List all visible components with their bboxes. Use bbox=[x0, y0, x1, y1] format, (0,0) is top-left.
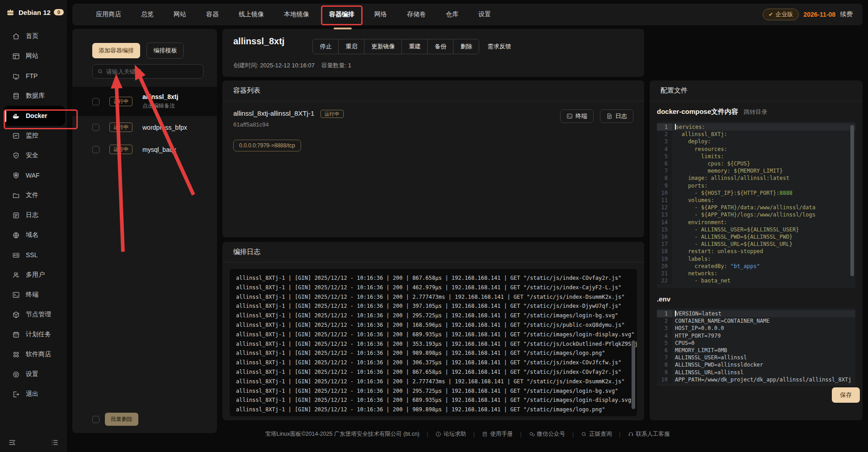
select-all-checkbox[interactable] bbox=[92, 416, 99, 423]
sidebar-item-label: 数据库 bbox=[26, 92, 45, 100]
project-checkbox[interactable] bbox=[92, 146, 99, 153]
sidebar-item-label: 节点管理 bbox=[26, 311, 51, 319]
action-button-重建[interactable]: 重建 bbox=[401, 39, 427, 54]
enterprise-check-icon: ✔ bbox=[769, 11, 773, 18]
add-compose-button[interactable]: 添加容器编排 bbox=[92, 43, 140, 58]
renew-link[interactable]: 续费 bbox=[840, 10, 853, 19]
project-name: allinssl_8xtj bbox=[142, 93, 178, 100]
nav-tab-本地镜像[interactable]: 本地镜像 bbox=[284, 10, 309, 19]
sidebar-item-数据库[interactable]: 数据库 bbox=[0, 86, 67, 106]
waf-icon bbox=[12, 172, 20, 179]
feedback-link[interactable]: 需求反馈 bbox=[487, 42, 511, 51]
compose-project-list: 运行中allinssl_8xtj点击编辑备注运行中wordpress_bfpx运… bbox=[72, 87, 217, 160]
compose-log-output[interactable]: allinssl_8XTj-1 | [GIN] 2025/12/12 - 10:… bbox=[230, 269, 637, 416]
footer: 宝塔Linux面板©2014-2025 广东堡塔安全技术有限公司 (bt.cn)… bbox=[67, 430, 868, 438]
project-name: mysql_baqx bbox=[142, 146, 176, 153]
log-scrollbar[interactable] bbox=[632, 340, 635, 409]
website-icon bbox=[12, 52, 20, 60]
nav-tab-线上镜像[interactable]: 线上镜像 bbox=[239, 10, 264, 19]
terminal-button[interactable]: 终端 bbox=[560, 109, 594, 123]
editor-line: 8 image: allinssl/allinssl:latest bbox=[657, 174, 855, 182]
nav-tab-容器编排[interactable]: 容器编排 bbox=[329, 10, 354, 19]
jump-directory-link[interactable]: 跳转目录 bbox=[744, 108, 767, 116]
footer-link-使用手册[interactable]: 使用手册 bbox=[482, 430, 513, 438]
nav-tab-存储卷[interactable]: 存储卷 bbox=[407, 10, 426, 19]
batch-delete-row: 批量删除 bbox=[92, 413, 138, 426]
node-icon bbox=[12, 311, 20, 319]
container-log-button[interactable]: 日志 bbox=[600, 109, 633, 123]
sidebar-item-计划任务[interactable]: 计划任务 bbox=[0, 325, 67, 344]
save-button[interactable]: 保存 bbox=[832, 387, 860, 403]
batch-delete-button[interactable]: 批量删除 bbox=[105, 413, 138, 426]
sidebar-item-ftp[interactable]: FTP bbox=[0, 66, 67, 86]
compose-action-group: 停止重启更新镜像重建备份删除 bbox=[312, 39, 479, 54]
sidebar-item-waf[interactable]: WAF bbox=[0, 165, 67, 185]
project-checkbox[interactable] bbox=[92, 124, 99, 131]
sidebar-item-多用户[interactable]: 多用户 bbox=[0, 265, 67, 285]
wechat-icon bbox=[529, 431, 535, 437]
project-checkbox[interactable] bbox=[92, 98, 99, 105]
sidebar-item-软件商店[interactable]: 软件商店 bbox=[0, 344, 67, 364]
nav-tab-网络[interactable]: 网络 bbox=[374, 10, 387, 19]
sidebar-item-文件[interactable]: 文件 bbox=[0, 185, 67, 205]
collapse-sidebar-icon[interactable] bbox=[8, 438, 16, 447]
compose-template-button[interactable]: 编排模板 bbox=[146, 42, 184, 59]
footer-link-联系人工客服[interactable]: 联系人工客服 bbox=[628, 430, 670, 438]
compose-project-item[interactable]: 运行中wordpress_bfpx bbox=[72, 116, 217, 138]
nav-tab-设置[interactable]: 设置 bbox=[478, 10, 491, 19]
editor-line: 15 - ALLINSSL_USER=${ALLINSSL_USER} bbox=[657, 226, 855, 233]
footer-separator: | bbox=[520, 431, 521, 438]
sidebar-item-安全[interactable]: 安全 bbox=[0, 146, 67, 165]
sidebar-item-网站[interactable]: 网站 bbox=[0, 46, 67, 66]
action-button-更新镜像[interactable]: 更新镜像 bbox=[364, 39, 401, 54]
sidebar-item-监控[interactable]: 监控 bbox=[0, 126, 67, 146]
users-icon bbox=[12, 271, 20, 279]
footer-link-正版查询[interactable]: 正版查询 bbox=[581, 430, 612, 438]
nav-tab-应用商店[interactable]: 应用商店 bbox=[96, 10, 121, 19]
editor-line: 1services: bbox=[657, 123, 855, 131]
action-button-删除[interactable]: 删除 bbox=[453, 39, 479, 54]
footer-link-论坛求助[interactable]: 论坛求助 bbox=[435, 430, 466, 438]
action-button-备份[interactable]: 备份 bbox=[427, 39, 453, 54]
env-editor[interactable]: 1VERSION=latest2CONTAINER_NAME=CONTAINER… bbox=[657, 308, 855, 386]
sidebar-item-label: 多用户 bbox=[26, 271, 45, 279]
action-button-重启[interactable]: 重启 bbox=[338, 39, 364, 54]
sidebar-item-终端[interactable]: 终端 bbox=[0, 285, 67, 305]
sidebar-item-label: WAF bbox=[26, 172, 40, 179]
sidebar-item-设置[interactable]: 设置 bbox=[0, 364, 67, 384]
sidebar-item-节点管理[interactable]: 节点管理 bbox=[0, 305, 67, 325]
editor-line: 2 allinssl_8XTj: bbox=[657, 131, 855, 138]
action-button-停止[interactable]: 停止 bbox=[313, 39, 338, 54]
nav-tab-仓库[interactable]: 仓库 bbox=[446, 10, 458, 19]
active-tab-underline bbox=[334, 28, 352, 29]
count-value: 1 bbox=[348, 62, 351, 69]
editor-line: 10APP_PATH=/www/dk_project/dk_app/allins… bbox=[657, 376, 855, 383]
status-badge: 运行中 bbox=[109, 97, 132, 106]
sidebar-item-退出[interactable]: 退出 bbox=[0, 384, 67, 404]
config-file-card: 配置文件 docker-compose文件内容 跳转目录 1services:2… bbox=[650, 80, 863, 420]
search-input[interactable] bbox=[106, 68, 198, 75]
enterprise-badge[interactable]: ✔ 企业版 bbox=[763, 9, 799, 20]
nav-tab-总览[interactable]: 总览 bbox=[141, 10, 154, 19]
compose-editor[interactable]: 1services:2 allinssl_8XTj:3 deploy:4 res… bbox=[657, 122, 855, 288]
monitor-icon bbox=[12, 132, 20, 140]
domain-icon bbox=[12, 231, 20, 239]
sidebar-item-首页[interactable]: 首页 bbox=[0, 26, 67, 46]
log-line: allinssl_8XTj-1 | [GIN] 2025/12/12 - 10:… bbox=[236, 348, 631, 358]
project-note[interactable]: 点击编辑备注 bbox=[142, 102, 178, 110]
menu-list-icon[interactable] bbox=[51, 438, 59, 447]
notification-count-badge[interactable]: 0 bbox=[54, 9, 64, 15]
sidebar-item-日志[interactable]: 日志 bbox=[0, 205, 67, 225]
container-list-title: 容器列表 bbox=[222, 80, 644, 101]
compose-project-item[interactable]: 运行中mysql_baqx bbox=[72, 138, 217, 160]
sidebar-item-域名[interactable]: 域名 bbox=[0, 225, 67, 245]
footer-link-微信公众号[interactable]: 微信公众号 bbox=[529, 430, 566, 438]
logout-icon bbox=[12, 391, 20, 398]
compose-editor-scrollbar[interactable] bbox=[850, 125, 854, 276]
sidebar-item-ssl[interactable]: SSL bbox=[0, 245, 67, 265]
compose-project-item[interactable]: 运行中allinssl_8xtj点击编辑备注 bbox=[72, 87, 217, 116]
nav-tab-容器[interactable]: 容器 bbox=[206, 10, 219, 19]
sidebar-item-docker[interactable]: Docker bbox=[4, 106, 65, 126]
nav-tab-网站[interactable]: 网站 bbox=[174, 10, 186, 19]
sidebar-bottom bbox=[0, 438, 67, 447]
